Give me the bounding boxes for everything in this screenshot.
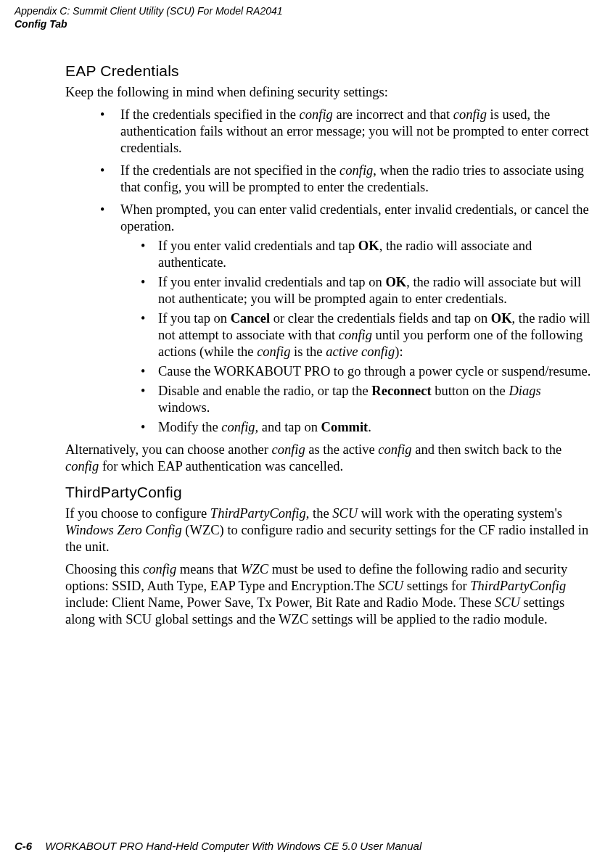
eap-alternative: Alternatively, you can choose another co… xyxy=(65,442,593,475)
page-footer: C-6WORKABOUT PRO Hand-Held Computer With… xyxy=(15,840,421,852)
eap-sublist: If you enter valid credentials and tap O… xyxy=(120,238,593,436)
running-header: Appendix C: Summit Client Utility (SCU) … xyxy=(15,4,283,30)
eap-intro: Keep the following in mind when defining… xyxy=(65,84,593,101)
tpc-para2: Choosing this config means that WZC must… xyxy=(65,561,593,628)
heading-eap-credentials: EAP Credentials xyxy=(65,62,593,80)
list-item: Cause the WORKABOUT PRO to go through a … xyxy=(141,363,593,380)
heading-thirdpartyconfig: ThirdPartyConfig xyxy=(65,484,593,501)
list-item: Disable and enable the radio, or tap the… xyxy=(141,383,593,416)
page-number: C-6 xyxy=(15,840,45,852)
page: Appendix C: Summit Client Utility (SCU) … xyxy=(0,0,605,868)
footer-title: WORKABOUT PRO Hand-Held Computer With Wi… xyxy=(45,840,421,852)
list-item: Modify the config, and tap on Commit. xyxy=(141,419,593,436)
list-item: If the credentials specified in the conf… xyxy=(100,107,593,157)
eap-list: If the credentials specified in the conf… xyxy=(65,107,593,436)
list-item: If you enter valid credentials and tap O… xyxy=(141,238,593,271)
tpc-para1: If you choose to configure ThirdPartyCon… xyxy=(65,505,593,555)
list-item: If you enter invalid credentials and tap… xyxy=(141,274,593,307)
list-item: When prompted, you can enter valid crede… xyxy=(100,202,593,436)
content-body: EAP Credentials Keep the following in mi… xyxy=(65,58,593,634)
list-item: If the credentials are not specified in … xyxy=(100,162,593,196)
header-line1: Appendix C: Summit Client Utility (SCU) … xyxy=(15,4,283,17)
header-line2: Config Tab xyxy=(15,17,283,30)
list-item: If you tap on Cancel or clear the creden… xyxy=(141,310,593,360)
